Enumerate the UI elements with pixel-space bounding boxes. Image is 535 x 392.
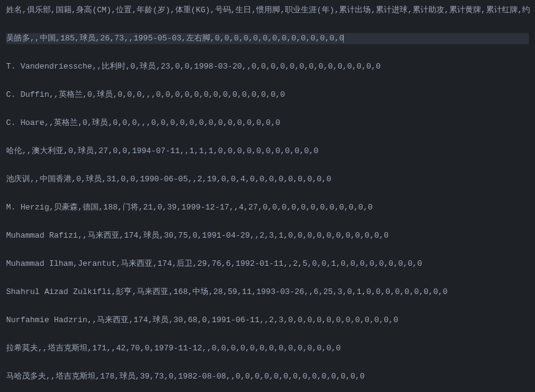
csv-data-line[interactable]: Muhammad Rafizi,,马来西亚,174,球员,30,75,0,199… [6, 230, 529, 241]
blank-line[interactable] [6, 213, 529, 230]
blank-line[interactable] [6, 129, 529, 146]
blank-line[interactable] [6, 241, 529, 258]
blank-line[interactable] [6, 100, 529, 118]
blank-line[interactable] [6, 185, 529, 202]
csv-data-line[interactable]: 马哈茂多夫,,塔吉克斯坦,178,球员,39,73,0,1982-08-08,,… [6, 371, 529, 382]
line-text: Muhammad Rafizi,,马来西亚,174,球员,30,75,0,199… [6, 231, 389, 240]
line-text: Muhammad Ilham,Jerantut,马来西亚,174,后卫,29,7… [6, 259, 422, 268]
csv-data-line[interactable]: 吴皓多,,中国,185,球员,26,73,,1995-05-03,左右脚,0,0… [6, 33, 529, 44]
line-text: C. Duffin,,英格兰,0,球员,0,0,0,,,0,0,0,0,0,0,… [6, 90, 285, 99]
blank-line[interactable] [6, 72, 529, 89]
csv-data-line[interactable]: C. Hoare,,英格兰,0,球员,0,0,0,,,0,0,0,0,0,0,0… [6, 118, 529, 129]
line-text: 哈伦,,澳大利亚,0,球员,27,0,0,1994-07-11,,1,1,1,0… [6, 146, 319, 156]
csv-header-line[interactable]: 姓名,俱乐部,国籍,身高(CM),位置,年龄(岁),体重(KG),号码,生日,惯… [6, 5, 529, 16]
line-text: 马哈茂多夫,,塔吉克斯坦,178,球员,39,73,0,1982-08-08,,… [6, 372, 365, 381]
text-cursor [343, 34, 344, 43]
csv-data-line[interactable]: Muhammad Ilham,Jerantut,马来西亚,174,后卫,29,7… [6, 258, 529, 270]
line-text: T. Vandendriessche,,比利时,0,球员,23,0,0,1998… [6, 62, 381, 71]
blank-line[interactable] [6, 326, 529, 343]
line-text: 姓名,俱乐部,国籍,身高(CM),位置,年龄(岁),体重(KG),号码,生日,惯… [6, 6, 530, 15]
csv-data-line[interactable]: Nurfahmie Hadzrin,,马来西亚,174,球员,30,68,0,1… [6, 315, 529, 326]
line-text: M. Herzig,贝豪森,德国,188,门将,21,0,39,1999-12-… [6, 203, 373, 212]
line-text: 池庆训,,中国香港,0,球员,31,0,0,1990-06-05,,2,19,0… [6, 175, 331, 184]
line-text: Shahrul Aizad Zulkifli,彭亨,马来西亚,168,中场,28… [6, 287, 447, 296]
line-text: C. Hoare,,英格兰,0,球员,0,0,0,,,0,0,0,0,0,0,0… [6, 118, 280, 127]
blank-line[interactable] [6, 270, 529, 287]
blank-line[interactable] [6, 298, 529, 315]
line-text: Nurfahmie Hadzrin,,马来西亚,174,球员,30,68,0,1… [6, 315, 398, 325]
line-text: 吴皓多,,中国,185,球员,26,73,,1995-05-03,左右脚,0,0… [6, 34, 344, 43]
csv-data-line[interactable]: M. Herzig,贝豪森,德国,188,门将,21,0,39,1999-12-… [6, 202, 529, 213]
line-text: 拉希莫夫,,塔吉克斯坦,171,,42,70,0,1979-11-12,,0,0… [6, 344, 341, 353]
csv-data-line[interactable]: 哈伦,,澳大利亚,0,球员,27,0,0,1994-07-11,,1,1,1,0… [6, 146, 529, 157]
csv-data-line[interactable]: 池庆训,,中国香港,0,球员,31,0,0,1990-06-05,,2,19,0… [6, 174, 529, 185]
csv-data-line[interactable]: Shahrul Aizad Zulkifli,彭亨,马来西亚,168,中场,28… [6, 287, 529, 298]
blank-line[interactable] [6, 157, 529, 174]
csv-data-line[interactable]: 拉希莫夫,,塔吉克斯坦,171,,42,70,0,1979-11-12,,0,0… [6, 343, 529, 354]
text-editor[interactable]: 姓名,俱乐部,国籍,身高(CM),位置,年龄(岁),体重(KG),号码,生日,惯… [0, 0, 535, 387]
csv-data-line[interactable]: C. Duffin,,英格兰,0,球员,0,0,0,,,0,0,0,0,0,0,… [6, 89, 529, 100]
blank-line[interactable] [6, 354, 529, 371]
blank-line[interactable] [6, 44, 529, 61]
csv-data-line[interactable]: T. Vandendriessche,,比利时,0,球员,23,0,0,1998… [6, 61, 529, 72]
